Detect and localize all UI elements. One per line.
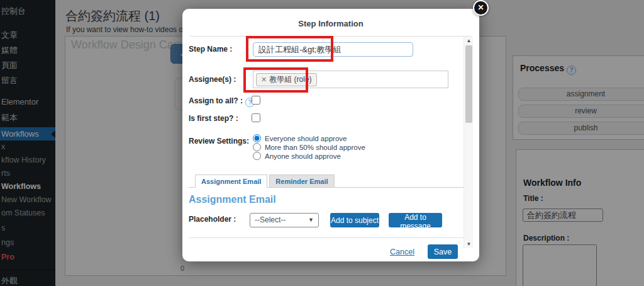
assignee-tag-label: 教學組 (role) [269,75,311,84]
assign-to-all-checkbox[interactable] [252,96,260,105]
modal-scrollbar[interactable]: ▲ ▼ [464,37,473,248]
tab-assignment-email[interactable]: Assignment Email [195,174,267,188]
assignee-input-box[interactable]: ✕教學組 (role) [253,71,448,88]
email-tabs: Assignment Email Reminder Email [195,174,335,188]
is-first-step-label: Is first step? : [189,114,238,123]
assignee-label: Assignee(s) : [189,75,236,84]
chevron-down-icon: ▼ [308,214,314,227]
tab-reminder-email[interactable]: Reminder Email [269,174,334,188]
placeholder-select-value: --Select-- [255,215,286,224]
scroll-down-icon[interactable]: ▼ [464,241,474,247]
review-radio-everyone[interactable] [253,134,261,142]
assign-to-all-label-text: Assign to all? : [189,96,243,105]
review-settings-label: Review Settings: [189,137,249,146]
review-settings-group: Everyone should approve More than 50% sh… [253,134,365,161]
review-radio-majority[interactable] [253,143,261,151]
review-option-majority[interactable]: More than 50% should approve [253,143,365,151]
review-option-everyone[interactable]: Everyone should approve [253,134,365,142]
review-option-anyone[interactable]: Anyone should approve [253,152,365,160]
modal-header-divider [190,36,472,37]
assignment-email-heading: Assignment Email [189,194,276,205]
review-option-majority-label: More than 50% should approve [265,144,365,151]
add-to-subject-button[interactable]: Add to subject [330,213,379,227]
modal-title: Step Information [182,19,479,28]
scrollbar-thumb[interactable] [465,45,472,123]
cancel-link[interactable]: Cancel [390,248,414,256]
app-window: 控制台 文章 媒體 頁面 留言 Elementor 範本 Workflows x… [0,0,644,286]
assignee-tag: ✕教學組 (role) [256,73,317,86]
review-radio-anyone[interactable] [253,152,261,160]
tag-remove-icon[interactable]: ✕ [261,76,267,83]
placeholder-label: Placeholder : [189,215,236,224]
save-button[interactable]: Save [428,244,458,259]
modal-footer-divider [189,237,473,238]
modal-close-button[interactable]: ✕ [473,0,489,16]
review-option-everyone-label: Everyone should approve [265,135,347,142]
placeholder-select[interactable]: --Select-- ▼ [250,213,319,227]
close-icon: ✕ [477,3,484,12]
step-name-label: Step Name : [189,45,232,54]
scroll-up-icon[interactable]: ▲ [464,38,474,43]
step-name-input[interactable] [253,42,413,57]
add-to-message-button[interactable]: Add to message [389,213,442,227]
is-first-step-checkbox[interactable] [252,113,260,122]
step-information-modal: Step Information Step Name : Assignee(s)… [182,9,479,261]
review-option-anyone-label: Anyone should approve [265,152,341,160]
assign-to-all-label: Assign to all? :? [189,96,255,107]
